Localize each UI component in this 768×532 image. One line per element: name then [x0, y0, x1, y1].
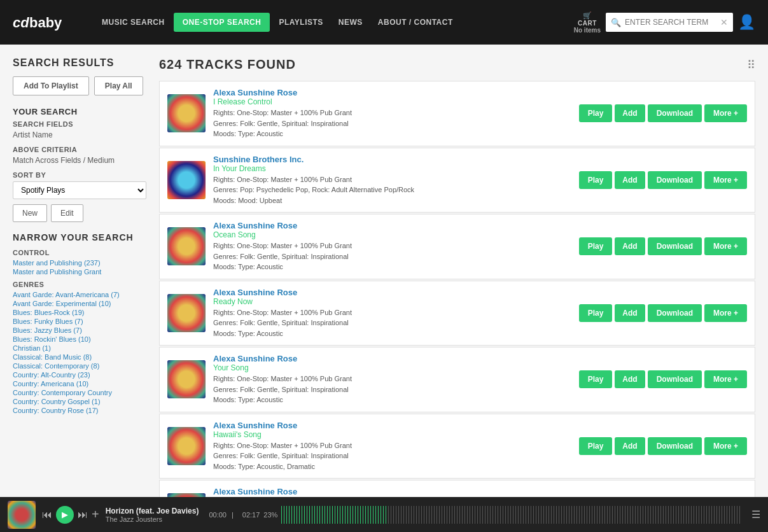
- track-artist-7[interactable]: Alexa Sunshine Rose: [213, 487, 297, 496]
- track-title-5[interactable]: Your Song: [213, 363, 571, 372]
- download-button-4[interactable]: Download: [648, 304, 702, 322]
- narrow-link-genre-4[interactable]: Blues: Jazzy Blues (7): [13, 326, 146, 334]
- nav-about[interactable]: ABOUT / CONTACT: [372, 13, 459, 32]
- nav-search-area: 🛒 CART No items 🔍 ✕ 👤: [574, 11, 755, 34]
- narrow-link-genre-0[interactable]: Avant Garde: Avant-Americana (7): [13, 291, 146, 298]
- cart-label: CART: [578, 20, 597, 27]
- player-info: Horizon (feat. Joe Davies) The Jazz Jous…: [106, 507, 199, 523]
- more-button-5[interactable]: More +: [704, 370, 747, 388]
- more-button-2[interactable]: More +: [704, 171, 747, 189]
- track-actions-2: Play Add Download More +: [579, 171, 747, 189]
- player-bar: ⏮ ▶ ⏭ + Horizon (feat. Joe Davies) The J…: [0, 497, 768, 532]
- results-title: 624 TRACKS FOUND: [159, 57, 296, 72]
- your-search-title: YOUR SEARCH: [13, 107, 146, 116]
- player-waveform[interactable]: [281, 506, 740, 524]
- track-thumbnail-3: [167, 227, 206, 265]
- download-button-3[interactable]: Download: [648, 237, 702, 255]
- player-time-total: 02:17: [242, 511, 260, 519]
- add-button-6[interactable]: Add: [615, 437, 645, 455]
- play-all-button[interactable]: Play All: [94, 76, 143, 95]
- play-button-4[interactable]: Play: [579, 304, 613, 322]
- narrow-link-genre-2[interactable]: Blues: Blues-Rock (19): [13, 309, 146, 316]
- track-artist-3[interactable]: Alexa Sunshine Rose: [213, 221, 297, 230]
- grid-view-icon[interactable]: ⠿: [747, 58, 755, 72]
- track-info-1: Alexa Sunshine Rose I Release Control Ri…: [213, 88, 571, 139]
- narrow-link-genre-10[interactable]: Country: Americana (10): [13, 380, 146, 388]
- download-button-5[interactable]: Download: [648, 370, 702, 388]
- nav-playlists[interactable]: PLAYLISTS: [272, 13, 329, 32]
- track-actions-4: Play Add Download More +: [579, 304, 747, 322]
- playlist-icon[interactable]: ☰: [751, 508, 760, 521]
- more-button-6[interactable]: More +: [704, 437, 747, 455]
- track-artist-4[interactable]: Alexa Sunshine Rose: [213, 288, 297, 297]
- play-pause-button[interactable]: ▶: [56, 506, 74, 524]
- track-title-2[interactable]: In Your Dreams: [213, 164, 571, 173]
- play-button-1[interactable]: Play: [579, 104, 613, 122]
- download-button-1[interactable]: Download: [648, 104, 702, 122]
- narrow-link-genre-5[interactable]: Blues: Rockin' Blues (10): [13, 335, 146, 343]
- results-header: 624 TRACKS FOUND ⠿: [159, 57, 755, 72]
- add-button-4[interactable]: Add: [615, 304, 645, 322]
- track-title-6[interactable]: Hawaii's Song: [213, 430, 571, 439]
- track-title-1[interactable]: I Release Control: [213, 97, 571, 106]
- track-title-4[interactable]: Ready Now: [213, 297, 571, 306]
- download-button-2[interactable]: Download: [648, 171, 702, 189]
- narrow-link-genre-3[interactable]: Blues: Funky Blues (7): [13, 318, 146, 325]
- track-meta-5: Rights: One-Stop: Master + 100% Pub Gran…: [213, 374, 571, 405]
- add-to-playlist-button[interactable]: Add To Playlist: [13, 76, 89, 95]
- narrow-link-control-2[interactable]: Master and Publishing Grant: [13, 268, 146, 276]
- sort-select[interactable]: Spotify Plays: [13, 181, 146, 199]
- track-artist-2[interactable]: Sunshine Brothers Inc.: [213, 155, 304, 164]
- more-button-3[interactable]: More +: [704, 237, 747, 255]
- nav-news[interactable]: NEWS: [332, 13, 369, 32]
- sidebar-title: SEARCH RESULTS: [13, 57, 146, 69]
- track-actions-5: Play Add Download More +: [579, 370, 747, 388]
- play-button-2[interactable]: Play: [579, 171, 613, 189]
- narrow-link-genre-8[interactable]: Classical: Contemporary (8): [13, 362, 146, 370]
- narrow-link-genre-6[interactable]: Christian (1): [13, 344, 146, 352]
- user-icon[interactable]: 👤: [738, 14, 755, 31]
- table-row: Alexa Sunshine Rose Hawaii's Song Rights…: [159, 414, 755, 479]
- more-button-1[interactable]: More +: [704, 104, 747, 122]
- more-button-4[interactable]: More +: [704, 304, 747, 322]
- track-artist-5[interactable]: Alexa Sunshine Rose: [213, 354, 297, 363]
- narrow-link-genre-7[interactable]: Classical: Band Music (8): [13, 353, 146, 361]
- add-button-2[interactable]: Add: [615, 171, 645, 189]
- genres-label: GENRES: [13, 281, 146, 288]
- search-input[interactable]: [606, 13, 733, 32]
- close-icon[interactable]: ✕: [720, 17, 728, 27]
- nav-one-stop[interactable]: ONE-STOP SEARCH: [174, 13, 270, 32]
- nav-music-search[interactable]: MUSIC SEARCH: [95, 13, 171, 32]
- player-waveform-wrap[interactable]: [281, 505, 740, 524]
- add-queue-button[interactable]: +: [92, 507, 99, 522]
- narrow-link-genre-9[interactable]: Country: Alt-Country (23): [13, 371, 146, 379]
- add-button-5[interactable]: Add: [615, 370, 645, 388]
- next-button[interactable]: ⏭: [78, 509, 88, 521]
- track-info-5: Alexa Sunshine Rose Your Song Rights: On…: [213, 354, 571, 405]
- narrow-link-genre-1[interactable]: Avant Garde: Experimental (10): [13, 300, 146, 307]
- track-actions-3: Play Add Download More +: [579, 237, 747, 255]
- edit-button[interactable]: Edit: [51, 204, 83, 222]
- download-button-6[interactable]: Download: [648, 437, 702, 455]
- narrow-link-genre-13[interactable]: Country: Country Rose (17): [13, 407, 146, 414]
- narrow-link-control-1[interactable]: Master and Publishing (237): [13, 259, 146, 267]
- narrow-link-genre-12[interactable]: Country: Country Gospel (1): [13, 398, 146, 405]
- play-button-6[interactable]: Play: [579, 437, 613, 455]
- new-button[interactable]: New: [13, 204, 47, 222]
- narrow-link-genre-11[interactable]: Country: Contemporary Country: [13, 389, 146, 396]
- your-search-section: YOUR SEARCH SEARCH FIELDS Artist Name AB…: [13, 107, 146, 222]
- add-button-1[interactable]: Add: [615, 104, 645, 122]
- prev-button[interactable]: ⏮: [42, 509, 52, 521]
- results-panel: 624 TRACKS FOUND ⠿ Alexa Sunshine Rose I…: [159, 57, 755, 532]
- logo[interactable]: cd baby: [13, 11, 76, 34]
- track-artist-1[interactable]: Alexa Sunshine Rose: [213, 88, 297, 97]
- nav-links: MUSIC SEARCH ONE-STOP SEARCH PLAYLISTS N…: [95, 13, 459, 32]
- play-button-3[interactable]: Play: [579, 237, 613, 255]
- play-button-5[interactable]: Play: [579, 370, 613, 388]
- cart-button[interactable]: 🛒 CART No items: [574, 11, 601, 34]
- table-row: Alexa Sunshine Rose Your Song Rights: On…: [159, 347, 755, 412]
- add-button-3[interactable]: Add: [615, 237, 645, 255]
- track-artist-6[interactable]: Alexa Sunshine Rose: [213, 421, 297, 430]
- table-row: Alexa Sunshine Rose I Release Control Ri…: [159, 81, 755, 146]
- track-title-3[interactable]: Ocean Song: [213, 230, 571, 239]
